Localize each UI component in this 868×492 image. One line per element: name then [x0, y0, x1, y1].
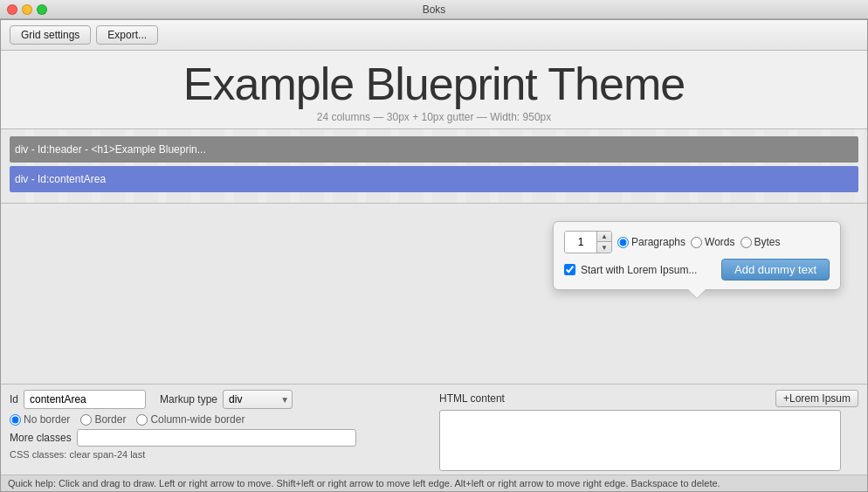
- column-wide-border-text: Column-wide border: [150, 413, 245, 426]
- window-controls: [7, 4, 47, 15]
- bytes-radio[interactable]: [741, 237, 752, 248]
- id-field-group: Id: [10, 390, 146, 409]
- middle-area: ▲ ▼ Paragraphs Words Bytes: [1, 204, 867, 384]
- maximize-button[interactable]: [37, 4, 47, 15]
- markup-select-wrapper: div span section article header footer ▼: [223, 390, 293, 409]
- canvas-header-label: div - Id:header - <h1>Example Blueprin..…: [15, 143, 206, 156]
- paragraphs-radio-label[interactable]: Paragraphs: [617, 236, 685, 248]
- canvas-rows: div - Id:header - <h1>Example Blueprin..…: [10, 136, 858, 192]
- lorem-checkbox[interactable]: [564, 264, 575, 275]
- no-border-label[interactable]: No border: [10, 413, 70, 426]
- bottom-panel: Id Markup type div span section article …: [1, 384, 867, 475]
- toolbar: Grid settings Export...: [1, 20, 867, 51]
- paragraphs-radio[interactable]: [617, 237, 629, 248]
- grid-settings-button[interactable]: Grid settings: [10, 25, 91, 45]
- canvas-area[interactable]: div - Id:header - <h1>Example Blueprin..…: [1, 128, 867, 204]
- bottom-row1: Id Markup type div span section article …: [10, 390, 431, 409]
- popup-top-row: ▲ ▼ Paragraphs Words Bytes: [564, 231, 830, 253]
- quick-help-bar: Quick help: Click and drag to draw. Left…: [1, 475, 867, 491]
- header-area: Example Blueprint Theme 24 columns — 30p…: [1, 51, 867, 128]
- markup-type-label: Markup type: [160, 393, 217, 405]
- html-content-textarea[interactable]: [439, 410, 841, 471]
- markup-type-group: Markup type div span section article hea…: [160, 390, 293, 409]
- canvas-header-row[interactable]: div - Id:header - <h1>Example Blueprin..…: [10, 136, 858, 163]
- markup-type-select[interactable]: div span section article header footer: [223, 390, 293, 409]
- lorem-ipsum-button[interactable]: +Lorem Ipsum: [775, 390, 858, 407]
- spin-up-button[interactable]: ▲: [597, 232, 611, 242]
- dummy-text-popup: ▲ ▼ Paragraphs Words Bytes: [553, 221, 841, 290]
- css-classes-text: CSS classes: clear span-24 last: [10, 449, 145, 460]
- subtitle: 24 columns — 30px + 10px gutter — Width:…: [317, 111, 551, 123]
- more-classes-label: More classes: [10, 432, 72, 444]
- words-radio[interactable]: [691, 237, 702, 248]
- minimize-button[interactable]: [22, 4, 32, 15]
- no-border-text: No border: [24, 413, 70, 426]
- bottom-left: Id Markup type div span section article …: [10, 390, 431, 471]
- html-top-row: HTML content +Lorem Ipsum: [439, 390, 858, 407]
- border-radio[interactable]: [80, 414, 92, 426]
- lorem-checkbox-label: Start with Lorem Ipsum...: [581, 264, 697, 276]
- html-content-label: HTML content: [439, 392, 505, 405]
- id-input[interactable]: [24, 390, 146, 409]
- number-input-group: ▲ ▼: [564, 231, 612, 253]
- bytes-radio-label[interactable]: Bytes: [741, 236, 781, 248]
- border-radio-row: No border Border Column-wide border: [10, 413, 431, 426]
- main-window: Grid settings Export... Example Blueprin…: [0, 19, 868, 492]
- more-classes-row: More classes: [10, 429, 431, 447]
- no-border-radio[interactable]: [10, 414, 21, 426]
- close-button[interactable]: [7, 4, 17, 15]
- column-wide-border-radio[interactable]: [136, 414, 148, 426]
- export-button[interactable]: Export...: [96, 25, 158, 45]
- css-classes-row: CSS classes: clear span-24 last: [10, 449, 431, 460]
- canvas-content-row[interactable]: div - Id:contentArea: [10, 166, 858, 192]
- bottom-layout: Id Markup type div span section article …: [10, 390, 858, 471]
- popup-bottom-row: Start with Lorem Ipsum... Add dummy text: [564, 259, 830, 281]
- main-title: Example Blueprint Theme: [183, 59, 685, 109]
- lorem-checkbox-row: Start with Lorem Ipsum...: [564, 264, 697, 276]
- add-dummy-text-button[interactable]: Add dummy text: [721, 259, 830, 281]
- title-bar: Boks: [0, 0, 868, 19]
- border-label[interactable]: Border: [80, 413, 126, 426]
- words-label: Words: [705, 236, 734, 248]
- quick-help-text: Quick help: Click and drag to draw. Left…: [8, 478, 720, 489]
- canvas-content-label: div - Id:contentArea: [15, 173, 106, 185]
- id-label: Id: [10, 393, 18, 405]
- spin-buttons: ▲ ▼: [596, 232, 611, 253]
- window-title: Boks: [423, 3, 446, 16]
- spin-down-button[interactable]: ▼: [597, 242, 611, 253]
- bytes-label: Bytes: [754, 236, 781, 248]
- count-input[interactable]: [565, 232, 596, 253]
- column-wide-border-label[interactable]: Column-wide border: [136, 413, 245, 426]
- paragraphs-label: Paragraphs: [631, 236, 685, 248]
- words-radio-label[interactable]: Words: [691, 236, 734, 248]
- more-classes-input[interactable]: [77, 429, 356, 447]
- bottom-right-panel: HTML content +Lorem Ipsum: [439, 390, 858, 471]
- border-text: Border: [94, 413, 126, 426]
